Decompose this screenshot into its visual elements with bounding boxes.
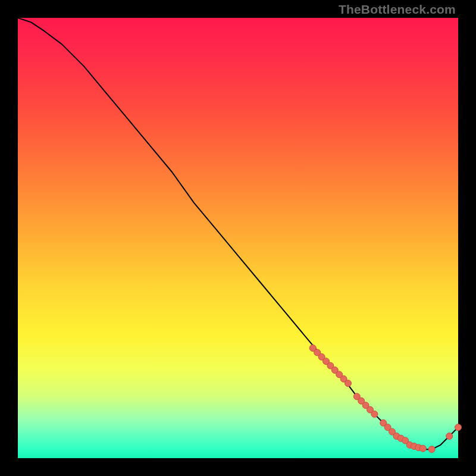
scatter-dot: [428, 446, 435, 453]
scatter-dots: [309, 345, 461, 453]
scatter-dot: [455, 424, 462, 431]
scatter-dot: [419, 445, 426, 452]
scatter-dot: [371, 411, 378, 418]
watermark-text: TheBottleneck.com: [339, 2, 456, 17]
chart-svg: [18, 18, 458, 458]
bottleneck-curve-line: [18, 18, 458, 449]
scatter-dot: [446, 433, 453, 440]
scatter-dot: [345, 380, 352, 387]
chart-container: TheBottleneck.com: [0, 0, 476, 476]
plot-area: [18, 18, 458, 458]
